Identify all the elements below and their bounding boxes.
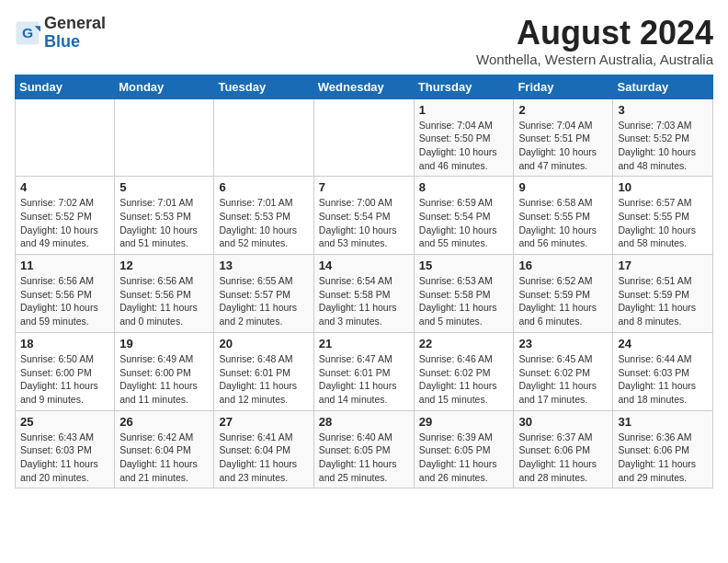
day-detail: Sunrise: 6:46 AMSunset: 6:02 PMDaylight:… (419, 352, 509, 407)
header-row: SundayMondayTuesdayWednesdayThursdayFrid… (16, 75, 713, 98)
calendar-cell: 1Sunrise: 7:04 AMSunset: 5:50 PMDaylight… (414, 98, 514, 177)
day-number: 29 (419, 415, 509, 429)
week-row-5: 25Sunrise: 6:43 AMSunset: 6:03 PMDayligh… (16, 410, 713, 488)
day-number: 15 (419, 259, 509, 272)
logo-general-text: General (44, 14, 106, 32)
calendar-cell: 25Sunrise: 6:43 AMSunset: 6:03 PMDayligh… (16, 410, 115, 488)
calendar-cell (214, 98, 313, 177)
day-number: 8 (419, 180, 509, 194)
day-header-friday: Friday (514, 75, 613, 98)
day-detail: Sunrise: 6:57 AMSunset: 5:55 PMDaylight:… (618, 196, 708, 250)
day-detail: Sunrise: 7:01 AMSunset: 5:53 PMDaylight:… (219, 196, 308, 250)
logo-blue-text: Blue (44, 32, 80, 51)
calendar-cell: 24Sunrise: 6:44 AMSunset: 6:03 PMDayligh… (613, 332, 713, 410)
day-header-monday: Monday (115, 75, 214, 98)
day-header-tuesday: Tuesday (214, 75, 313, 98)
day-detail: Sunrise: 7:01 AMSunset: 5:53 PMDaylight:… (119, 196, 209, 250)
day-number: 17 (618, 259, 708, 272)
calendar-cell: 11Sunrise: 6:56 AMSunset: 5:56 PMDayligh… (16, 255, 115, 333)
day-detail: Sunrise: 6:48 AMSunset: 6:01 PMDaylight:… (219, 352, 308, 407)
day-detail: Sunrise: 6:47 AMSunset: 6:01 PMDaylight:… (319, 352, 409, 407)
calendar-cell: 2Sunrise: 7:04 AMSunset: 5:51 PMDaylight… (514, 98, 613, 177)
day-number: 3 (618, 103, 708, 117)
day-number: 13 (219, 259, 308, 272)
day-number: 24 (618, 337, 708, 350)
day-number: 11 (20, 259, 109, 272)
day-detail: Sunrise: 6:51 AMSunset: 5:59 PMDaylight:… (618, 274, 708, 328)
week-row-4: 18Sunrise: 6:50 AMSunset: 6:00 PMDayligh… (16, 332, 713, 410)
day-number: 10 (618, 180, 708, 194)
calendar-cell: 23Sunrise: 6:45 AMSunset: 6:02 PMDayligh… (514, 332, 613, 410)
calendar-cell: 18Sunrise: 6:50 AMSunset: 6:00 PMDayligh… (16, 332, 115, 410)
day-number: 31 (618, 415, 708, 429)
day-detail: Sunrise: 6:36 AMSunset: 6:06 PMDaylight:… (618, 431, 708, 485)
day-header-saturday: Saturday (613, 75, 713, 98)
day-detail: Sunrise: 6:40 AMSunset: 6:05 PMDaylight:… (319, 431, 409, 485)
calendar-cell (16, 98, 115, 177)
calendar-cell: 19Sunrise: 6:49 AMSunset: 6:00 PMDayligh… (115, 332, 214, 410)
week-row-1: 1Sunrise: 7:04 AMSunset: 5:50 PMDaylight… (16, 98, 713, 177)
calendar-cell: 9Sunrise: 6:58 AMSunset: 5:55 PMDaylight… (514, 177, 613, 255)
day-detail: Sunrise: 7:03 AMSunset: 5:52 PMDaylight:… (618, 119, 708, 173)
day-detail: Sunrise: 6:41 AMSunset: 6:04 PMDaylight:… (219, 431, 308, 485)
calendar-cell: 31Sunrise: 6:36 AMSunset: 6:06 PMDayligh… (613, 410, 713, 488)
day-number: 1 (419, 103, 509, 117)
calendar-cell: 20Sunrise: 6:48 AMSunset: 6:01 PMDayligh… (214, 332, 313, 410)
day-header-wednesday: Wednesday (313, 75, 414, 98)
calendar-cell: 6Sunrise: 7:01 AMSunset: 5:53 PMDaylight… (214, 177, 313, 255)
day-detail: Sunrise: 6:37 AMSunset: 6:06 PMDaylight:… (518, 431, 608, 485)
day-number: 19 (119, 337, 209, 350)
day-detail: Sunrise: 6:56 AMSunset: 5:56 PMDaylight:… (119, 274, 209, 328)
day-number: 7 (319, 180, 409, 194)
day-number: 2 (518, 103, 608, 117)
calendar-cell: 7Sunrise: 7:00 AMSunset: 5:54 PMDaylight… (313, 177, 414, 255)
day-detail: Sunrise: 6:49 AMSunset: 6:00 PMDaylight:… (119, 352, 209, 407)
day-number: 12 (119, 259, 209, 272)
calendar-cell: 22Sunrise: 6:46 AMSunset: 6:02 PMDayligh… (414, 332, 514, 410)
day-detail: Sunrise: 6:50 AMSunset: 6:00 PMDaylight:… (20, 352, 109, 407)
calendar-cell: 27Sunrise: 6:41 AMSunset: 6:04 PMDayligh… (214, 410, 313, 488)
day-detail: Sunrise: 7:04 AMSunset: 5:50 PMDaylight:… (419, 119, 509, 173)
day-detail: Sunrise: 6:53 AMSunset: 5:58 PMDaylight:… (419, 274, 509, 328)
day-number: 23 (518, 337, 608, 350)
logo: G General Blue (15, 15, 106, 52)
calendar-cell: 10Sunrise: 6:57 AMSunset: 5:55 PMDayligh… (613, 177, 713, 255)
day-detail: Sunrise: 7:02 AMSunset: 5:52 PMDaylight:… (20, 196, 109, 250)
title-area: August 2024 Wonthella, Western Australia… (476, 15, 713, 67)
day-detail: Sunrise: 6:58 AMSunset: 5:55 PMDaylight:… (518, 196, 608, 250)
day-number: 6 (219, 180, 308, 194)
calendar-cell: 28Sunrise: 6:40 AMSunset: 6:05 PMDayligh… (313, 410, 414, 488)
calendar-cell: 13Sunrise: 6:55 AMSunset: 5:57 PMDayligh… (214, 255, 313, 333)
day-detail: Sunrise: 6:43 AMSunset: 6:03 PMDaylight:… (20, 431, 109, 485)
page-header: G General Blue August 2024 Wonthella, We… (15, 15, 713, 67)
day-detail: Sunrise: 6:42 AMSunset: 6:04 PMDaylight:… (119, 431, 209, 485)
day-detail: Sunrise: 6:56 AMSunset: 5:56 PMDaylight:… (20, 274, 109, 328)
calendar-cell: 4Sunrise: 7:02 AMSunset: 5:52 PMDaylight… (16, 177, 115, 255)
week-row-3: 11Sunrise: 6:56 AMSunset: 5:56 PMDayligh… (16, 255, 713, 333)
calendar-cell: 15Sunrise: 6:53 AMSunset: 5:58 PMDayligh… (414, 255, 514, 333)
logo-icon: G (15, 20, 40, 46)
day-number: 5 (119, 180, 209, 194)
day-number: 22 (419, 337, 509, 350)
calendar-cell: 14Sunrise: 6:54 AMSunset: 5:58 PMDayligh… (313, 255, 414, 333)
calendar-title: August 2024 (476, 15, 713, 52)
day-detail: Sunrise: 6:54 AMSunset: 5:58 PMDaylight:… (319, 274, 409, 328)
day-detail: Sunrise: 6:44 AMSunset: 6:03 PMDaylight:… (618, 352, 708, 407)
day-number: 28 (319, 415, 409, 429)
calendar-cell (313, 98, 414, 177)
day-detail: Sunrise: 7:00 AMSunset: 5:54 PMDaylight:… (319, 196, 409, 250)
calendar-cell (115, 98, 214, 177)
day-number: 18 (20, 337, 109, 350)
day-number: 4 (20, 180, 109, 194)
day-number: 9 (518, 180, 608, 194)
calendar-table: SundayMondayTuesdayWednesdayThursdayFrid… (15, 75, 713, 489)
day-detail: Sunrise: 6:39 AMSunset: 6:05 PMDaylight:… (419, 431, 509, 485)
day-number: 25 (20, 415, 109, 429)
calendar-cell: 12Sunrise: 6:56 AMSunset: 5:56 PMDayligh… (115, 255, 214, 333)
calendar-cell: 5Sunrise: 7:01 AMSunset: 5:53 PMDaylight… (115, 177, 214, 255)
calendar-cell: 30Sunrise: 6:37 AMSunset: 6:06 PMDayligh… (514, 410, 613, 488)
day-detail: Sunrise: 7:04 AMSunset: 5:51 PMDaylight:… (518, 119, 608, 173)
week-row-2: 4Sunrise: 7:02 AMSunset: 5:52 PMDaylight… (16, 177, 713, 255)
day-detail: Sunrise: 6:52 AMSunset: 5:59 PMDaylight:… (518, 274, 608, 328)
day-detail: Sunrise: 6:45 AMSunset: 6:02 PMDaylight:… (518, 352, 608, 407)
